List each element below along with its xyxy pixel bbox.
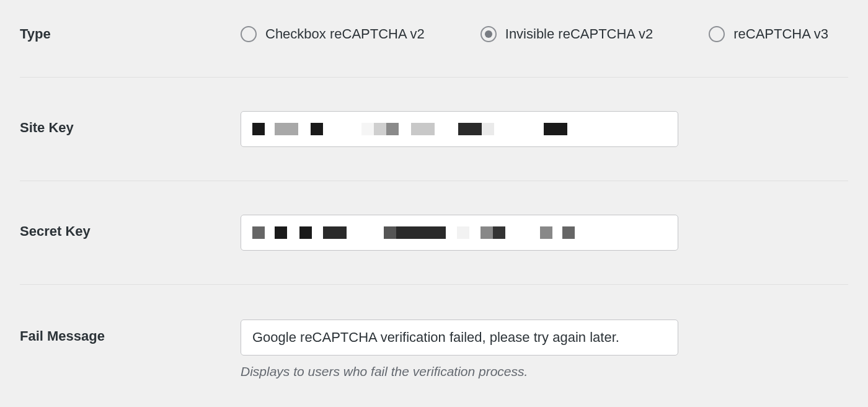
radio-label: Checkbox reCAPTCHA v2: [265, 26, 425, 42]
recaptcha-settings-form: Type Checkbox reCAPTCHA v2 Invisible reC…: [0, 0, 868, 391]
redacted-value: [252, 215, 575, 250]
radio-icon: [480, 26, 497, 42]
radio-icon: [709, 26, 725, 42]
radio-label: Invisible reCAPTCHA v2: [505, 26, 653, 42]
site-key-content: [241, 111, 848, 147]
secret-key-content: [241, 215, 848, 251]
redacted-value: [252, 112, 567, 146]
secret-key-label: Secret Key: [20, 215, 241, 239]
fail-message-label: Fail Message: [20, 320, 241, 344]
radio-icon: [241, 26, 257, 42]
fail-message-row: Fail Message Displays to users who fail …: [20, 285, 848, 391]
fail-message-field[interactable]: [252, 329, 666, 346]
type-row: Type Checkbox reCAPTCHA v2 Invisible reC…: [20, 12, 848, 78]
radio-invisible-v2[interactable]: Invisible reCAPTCHA v2: [480, 26, 653, 42]
secret-key-row: Secret Key: [20, 181, 848, 285]
type-content: Checkbox reCAPTCHA v2 Invisible reCAPTCH…: [241, 26, 848, 42]
site-key-label: Site Key: [20, 111, 241, 136]
type-radio-group: Checkbox reCAPTCHA v2 Invisible reCAPTCH…: [241, 26, 848, 42]
site-key-row: Site Key: [20, 78, 848, 181]
type-label: Type: [20, 26, 241, 42]
fail-message-content: Displays to users who fail the verificat…: [241, 320, 848, 379]
fail-message-input[interactable]: [241, 320, 678, 356]
fail-message-help: Displays to users who fail the verificat…: [241, 364, 848, 379]
radio-label: reCAPTCHA v3: [733, 26, 828, 42]
site-key-input[interactable]: [241, 111, 678, 147]
secret-key-input[interactable]: [241, 215, 678, 251]
radio-checkbox-v2[interactable]: Checkbox reCAPTCHA v2: [241, 26, 425, 42]
radio-v3[interactable]: reCAPTCHA v3: [709, 26, 828, 42]
